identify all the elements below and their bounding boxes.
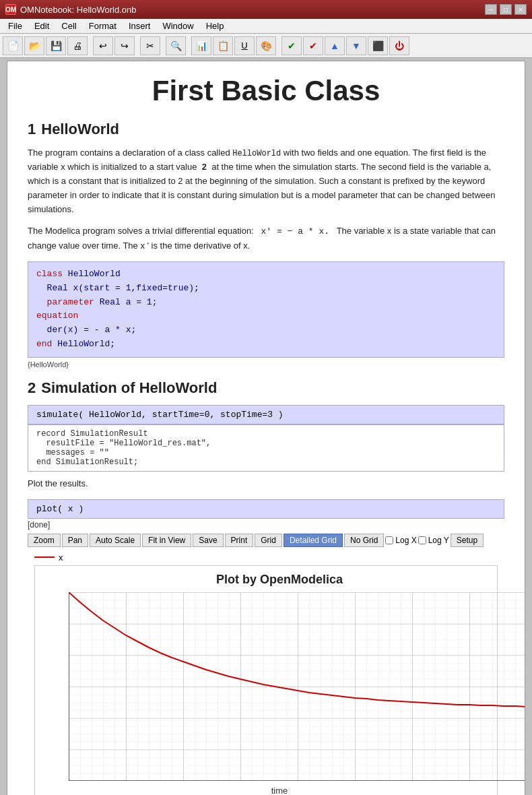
search-button[interactable]: 🔍 <box>166 36 186 55</box>
log-y-checkbox-container[interactable]: Log Y <box>418 536 449 545</box>
result-line-4: end SimulationResult; <box>36 457 496 467</box>
menu-edit[interactable]: Edit <box>29 20 55 32</box>
main-content: First Basic Class 1HelloWorld The progra… <box>7 61 525 795</box>
chart-title: Plot by OpenModelica <box>69 573 490 587</box>
section-1-para-2: The Modelica program solves a trivial di… <box>28 224 504 253</box>
redo-button[interactable]: ↪ <box>114 36 135 55</box>
log-y-checkbox[interactable] <box>418 536 426 544</box>
section-2-title: Simulation of HelloWorld <box>41 379 217 396</box>
check-button[interactable]: ✔ <box>281 36 302 55</box>
log-x-label: Log X <box>395 536 416 545</box>
log-x-checkbox[interactable] <box>385 536 393 544</box>
section-2-header: 2Simulation of HelloWorld <box>28 379 504 397</box>
chart-legend: x <box>28 550 504 565</box>
check2-button[interactable]: ✔ <box>303 36 323 55</box>
minimize-button[interactable]: ─ <box>485 4 497 15</box>
close-button[interactable]: ✕ <box>514 4 527 15</box>
color-button[interactable]: 🎨 <box>256 36 276 55</box>
section-2-number: 2 <box>28 379 36 396</box>
menu-format[interactable]: Format <box>84 20 122 32</box>
code-block-helloworld[interactable]: class HelloWorld Real x(start = 1,fixed=… <box>28 261 504 358</box>
print-button[interactable]: 🖨 <box>67 36 88 55</box>
code-tag: {HelloWorld} <box>28 360 504 369</box>
section-1-number: 1 <box>28 121 36 137</box>
detailed-grid-button[interactable]: Detailed Grid <box>284 534 343 547</box>
section-1-header: 1HelloWorld <box>28 121 504 138</box>
menu-file[interactable]: File <box>3 20 28 32</box>
setup-button[interactable]: Setup <box>451 534 484 547</box>
menu-cell[interactable]: Cell <box>56 20 81 32</box>
log-y-label: Log Y <box>428 536 449 545</box>
up-button[interactable]: ▲ <box>325 36 345 55</box>
svg-rect-1 <box>69 592 525 781</box>
window-title: OMNotebook: HelloWorld.onb <box>20 5 136 15</box>
plot-command[interactable]: plot( x ) <box>28 499 504 519</box>
math-equation: x' = − a * x. <box>261 226 329 236</box>
auto-scale-button[interactable]: Auto Scale <box>90 534 141 547</box>
undo-button[interactable]: ↩ <box>93 36 113 55</box>
new-button[interactable]: 📄 <box>3 36 23 55</box>
result-line-2: resultFile = "HelloWorld_res.mat", <box>36 439 496 448</box>
toolbar: 📄 📂 💾 🖨 ↩ ↪ ✂ 🔍 📊 📋 U 🎨 ✔ ✔ ▲ ▼ ⬛ ⏻ <box>0 34 532 58</box>
plot-intro-text: Plot the results. <box>28 477 504 491</box>
section-1-para-1: The program contains a declaration of a … <box>28 146 504 216</box>
zoom-button[interactable]: Zoom <box>28 534 61 547</box>
pan-button[interactable]: Pan <box>62 534 88 547</box>
section-1-title: HelloWorld <box>41 121 119 137</box>
result-line-1: record SimulationResult <box>36 429 496 439</box>
save-plot-button[interactable]: Save <box>193 534 223 547</box>
result-line-3: messages = "" <box>36 448 496 457</box>
plot-toolbar: Zoom Pan Auto Scale Fit in View Save Pri… <box>28 531 504 550</box>
simulate-command[interactable]: simulate( HelloWorld, startTime=0, stopT… <box>28 405 504 424</box>
chart-svg: 1 0.8 0.6 0.4 0.2 0 0 0.5 1 1.5 2 2.5 3 … <box>69 592 525 781</box>
simulation-result: record SimulationResult resultFile = "He… <box>28 424 504 472</box>
down-button[interactable]: ▼ <box>346 36 366 55</box>
chart-container: Plot by OpenModelica 1 0.8 0.6 0.4 0.2 <box>34 565 498 795</box>
no-grid-button[interactable]: No Grid <box>344 534 384 547</box>
code-ref-helloworld: HelloWorld <box>232 149 281 158</box>
done-label: [done] <box>28 519 504 531</box>
x-axis-label: time <box>69 786 490 795</box>
title-bar: OM OMNotebook: HelloWorld.onb ─ □ ✕ <box>0 0 532 19</box>
legend-var-x: x <box>59 552 63 563</box>
cut-button[interactable]: ✂ <box>140 36 160 55</box>
menu-insert[interactable]: Insert <box>123 20 156 32</box>
menu-bar: File Edit Cell Format Insert Window Help <box>0 19 532 34</box>
open-button[interactable]: 📂 <box>24 36 44 55</box>
log-x-checkbox-container[interactable]: Log X <box>385 536 416 545</box>
simulate-command-text: simulate( HelloWorld, startTime=0, stopT… <box>36 410 284 420</box>
power-button[interactable]: ⏻ <box>389 36 409 55</box>
maximize-button[interactable]: □ <box>500 4 512 15</box>
toolbar-btn-5[interactable]: 📊 <box>191 36 211 55</box>
underline-button[interactable]: U <box>234 36 255 55</box>
app-icon: OM <box>5 4 16 15</box>
save-button[interactable]: 💾 <box>46 36 66 55</box>
grid-button[interactable]: Grid <box>255 534 282 547</box>
fit-in-view-button[interactable]: Fit in View <box>142 534 191 547</box>
print-plot-button[interactable]: Print <box>225 534 254 547</box>
menu-window[interactable]: Window <box>157 20 199 32</box>
document-title: First Basic Class <box>28 75 504 107</box>
plot-command-text: plot( x ) <box>36 504 84 514</box>
toolbar-btn-6[interactable]: 📋 <box>213 36 233 55</box>
legend-line-x <box>34 556 55 558</box>
menu-help[interactable]: Help <box>201 20 230 32</box>
stop-button[interactable]: ⬛ <box>368 36 388 55</box>
